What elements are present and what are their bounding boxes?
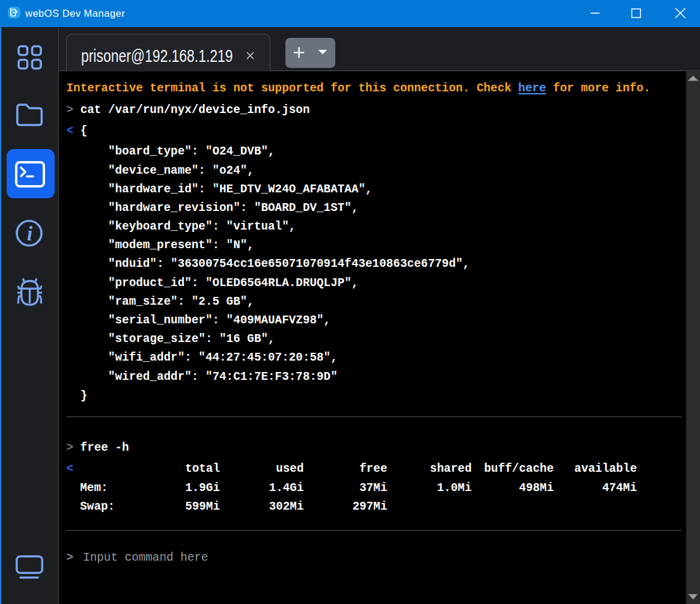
svg-text:i: i — [27, 222, 33, 245]
